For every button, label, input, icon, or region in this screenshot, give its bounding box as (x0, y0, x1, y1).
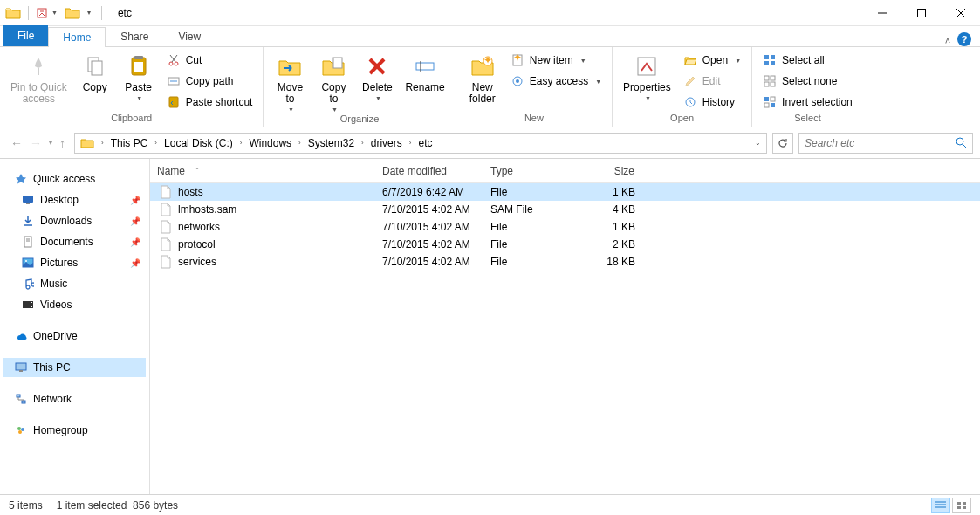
pin-icon: 📌 (130, 196, 140, 205)
select-none-button[interactable]: Select none (759, 72, 856, 91)
delete-icon (367, 52, 387, 80)
sidebar-videos[interactable]: Videos (3, 295, 146, 314)
chevron-right-icon[interactable]: › (151, 139, 161, 147)
share-tab[interactable]: Share (106, 26, 163, 46)
column-header-date[interactable]: Date modified (373, 159, 482, 182)
chevron-right-icon[interactable]: › (236, 139, 246, 147)
sidebar-documents[interactable]: Documents📌 (3, 232, 146, 251)
up-button[interactable]: ↑ (59, 136, 65, 150)
breadcrumb-segment[interactable]: This PC (107, 134, 152, 153)
breadcrumb-segment[interactable]: Windows (245, 134, 295, 153)
cut-button[interactable]: Cut (163, 51, 257, 70)
svg-rect-21 (416, 63, 434, 70)
table-row[interactable]: hosts6/7/2019 6:42 AMFile1 KB (150, 183, 980, 201)
sidebar-music[interactable]: Music (3, 274, 146, 293)
easy-access-button[interactable]: Easy access▼ (507, 72, 605, 91)
sidebar-quick-access[interactable]: Quick access (3, 169, 146, 189)
sidebar-homegroup[interactable]: Homegroup (3, 421, 146, 440)
ribbon-tabs: File Home Share View ʌ ? (0, 26, 980, 47)
column-header-name[interactable]: Name˄ (150, 159, 373, 182)
move-to-button[interactable]: Move to▼ (271, 51, 309, 114)
svg-rect-29 (638, 58, 655, 75)
svg-rect-35 (764, 76, 769, 80)
breadcrumb-folder-icon (77, 136, 98, 150)
breadcrumb-segment[interactable]: etc (415, 134, 435, 153)
file-tab[interactable]: File (3, 25, 48, 46)
breadcrumb-segment[interactable]: System32 (305, 134, 358, 153)
pin-icon (27, 52, 50, 80)
scissors-icon (167, 54, 181, 66)
sidebar-downloads[interactable]: Downloads📌 (3, 211, 146, 230)
rename-button[interactable]: Rename (401, 51, 448, 95)
chevron-right-icon[interactable]: › (406, 139, 415, 147)
copy-to-button[interactable]: Copy to▼ (314, 51, 353, 114)
recent-dropdown[interactable]: ▾ (49, 139, 52, 147)
table-row[interactable]: protocol7/10/2015 4:02 AMFile2 KB (150, 236, 980, 253)
breadcrumb-segment[interactable]: drivers (367, 134, 406, 153)
svg-rect-58 (19, 370, 23, 372)
svg-rect-55 (31, 302, 32, 303)
paste-button[interactable]: Paste ▼ (120, 51, 158, 103)
column-header-size[interactable]: Size (583, 159, 644, 182)
breadcrumb-dropdown-icon[interactable]: ⌄ (755, 139, 761, 147)
copy-path-button[interactable]: Copy path (163, 72, 257, 91)
file-date: 7/10/2015 4:02 AM (373, 238, 482, 251)
details-view-button[interactable] (931, 498, 950, 513)
help-button[interactable]: ? (957, 32, 971, 46)
minimize-button[interactable] (862, 0, 901, 25)
sidebar-this-pc[interactable]: This PC (3, 358, 146, 377)
qat-chevron[interactable]: ▾ (84, 9, 94, 17)
svg-rect-57 (16, 363, 26, 370)
table-row[interactable]: networks7/10/2015 4:02 AMFile1 KB (150, 218, 980, 236)
file-list-pane: Name˄ Date modified Type Size hosts6/7/2… (150, 159, 980, 494)
sidebar-pictures[interactable]: Pictures📌 (3, 253, 146, 272)
large-icons-view-button[interactable] (952, 498, 971, 513)
search-box[interactable] (798, 133, 973, 154)
svg-point-63 (18, 430, 22, 434)
invert-selection-button[interactable]: Invert selection (759, 93, 856, 112)
breadcrumb-segment[interactable]: Local Disk (C:) (161, 134, 236, 153)
refresh-button[interactable] (772, 133, 793, 154)
new-folder-button[interactable]: ✦ New folder (463, 51, 502, 106)
pin-to-quick-access-button[interactable]: Pin to Quick access (7, 51, 71, 106)
svg-text:✦: ✦ (483, 54, 492, 66)
search-input[interactable] (805, 137, 956, 149)
paste-icon (127, 52, 150, 80)
paste-shortcut-button[interactable]: Paste shortcut (163, 93, 257, 112)
new-item-icon: ✦ (511, 54, 524, 66)
home-tab[interactable]: Home (48, 27, 106, 47)
chevron-right-icon[interactable]: › (358, 139, 367, 147)
new-item-button[interactable]: ✦ New item▼ (507, 51, 605, 70)
folder-icon (5, 5, 21, 21)
maximize-button[interactable] (901, 0, 941, 25)
history-button[interactable]: History (680, 93, 744, 112)
copy-button[interactable]: Copy (76, 51, 114, 95)
table-row[interactable]: lmhosts.sam7/10/2015 4:02 AMSAM File4 KB (150, 201, 980, 218)
select-all-button[interactable]: Select all (759, 51, 856, 70)
file-date: 7/10/2015 4:02 AM (373, 221, 482, 233)
new-folder-icon: ✦ (470, 52, 495, 80)
chevron-right-icon[interactable]: › (295, 139, 305, 147)
sidebar-onedrive[interactable]: OneDrive (3, 326, 146, 346)
svg-point-28 (516, 79, 519, 83)
forward-button[interactable]: → (30, 136, 42, 150)
close-button[interactable] (941, 0, 980, 25)
back-button[interactable]: ← (10, 136, 23, 150)
sidebar-network[interactable]: Network (3, 389, 146, 409)
search-icon[interactable] (956, 137, 967, 148)
properties-button[interactable]: Properties▼ (620, 51, 675, 103)
view-tab[interactable]: View (163, 26, 216, 46)
svg-rect-70 (963, 506, 966, 509)
qat-dropdown-icon[interactable]: ▼ (51, 10, 58, 16)
column-header-type[interactable]: Type (482, 159, 583, 182)
breadcrumb-root-chevron[interactable]: › (98, 139, 107, 147)
sidebar-desktop[interactable]: Desktop📌 (3, 190, 146, 209)
breadcrumb[interactable]: › This PC›Local Disk (C:)›Windows›System… (74, 133, 767, 154)
delete-button[interactable]: Delete▼ (358, 51, 396, 103)
qat-properties-icon[interactable] (36, 7, 48, 19)
file-size: 1 KB (583, 221, 644, 233)
open-button[interactable]: Open▼ (680, 51, 744, 70)
collapse-ribbon-icon[interactable]: ʌ (945, 35, 950, 45)
table-row[interactable]: services7/10/2015 4:02 AMFile18 KB (150, 253, 980, 271)
edit-button[interactable]: Edit (680, 72, 744, 91)
